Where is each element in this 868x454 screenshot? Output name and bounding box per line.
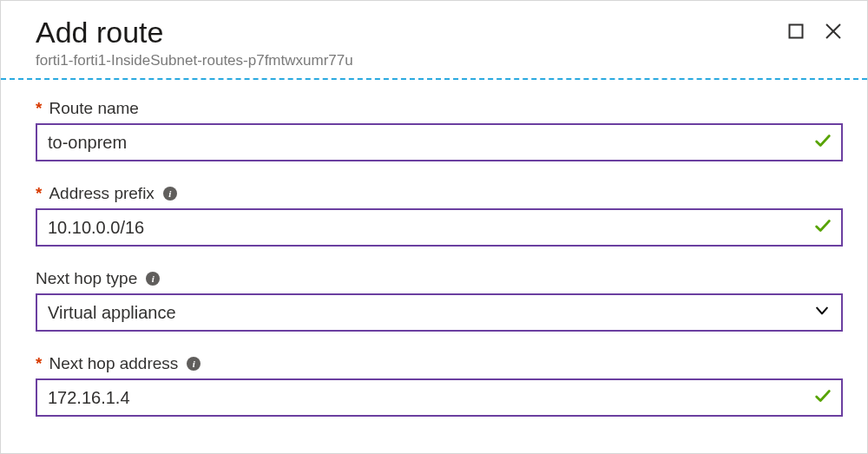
close-icon	[824, 22, 843, 41]
header-controls	[787, 22, 843, 44]
field-route-name: * Route name	[36, 99, 843, 161]
route-name-input-wrap	[36, 123, 843, 161]
field-next-hop-address: * Next hop address i	[36, 354, 843, 417]
label-text: Next hop type	[36, 269, 137, 288]
required-marker: *	[36, 354, 42, 373]
pin-button[interactable]	[787, 23, 805, 43]
info-icon[interactable]: i	[163, 187, 177, 201]
next-hop-address-input[interactable]	[37, 388, 841, 408]
next-hop-address-label: * Next hop address i	[36, 354, 843, 373]
next-hop-type-label: Next hop type i	[36, 269, 843, 288]
svg-rect-0	[790, 25, 803, 38]
next-hop-type-value: Virtual appliance	[37, 295, 841, 330]
required-marker: *	[36, 184, 42, 203]
close-button[interactable]	[824, 22, 843, 44]
header-titles: Add route forti1-forti1-InsideSubnet-rou…	[36, 16, 353, 69]
label-text: Next hop address	[49, 354, 178, 373]
blade-title: Add route	[36, 16, 353, 49]
field-next-hop-type: Next hop type i Virtual appliance	[36, 269, 843, 332]
info-icon[interactable]: i	[146, 272, 160, 286]
blade-header: Add route forti1-forti1-InsideSubnet-rou…	[36, 16, 843, 69]
blade-subtitle: forti1-forti1-InsideSubnet-routes-p7fmtw…	[36, 52, 353, 69]
route-name-label: * Route name	[36, 99, 843, 118]
route-name-input[interactable]	[37, 133, 841, 153]
address-prefix-input-wrap	[36, 208, 843, 247]
label-text: Address prefix	[49, 184, 154, 203]
pin-icon	[787, 23, 805, 40]
header-divider	[1, 78, 867, 80]
address-prefix-label: * Address prefix i	[36, 184, 843, 203]
label-text: Route name	[49, 99, 139, 118]
required-marker: *	[36, 99, 42, 118]
address-prefix-input[interactable]	[37, 218, 841, 238]
next-hop-type-select[interactable]: Virtual appliance	[36, 293, 843, 332]
info-icon[interactable]: i	[187, 357, 201, 371]
add-route-blade: Add route forti1-forti1-InsideSubnet-rou…	[1, 1, 867, 453]
field-address-prefix: * Address prefix i	[36, 184, 843, 247]
next-hop-address-input-wrap	[36, 378, 843, 417]
